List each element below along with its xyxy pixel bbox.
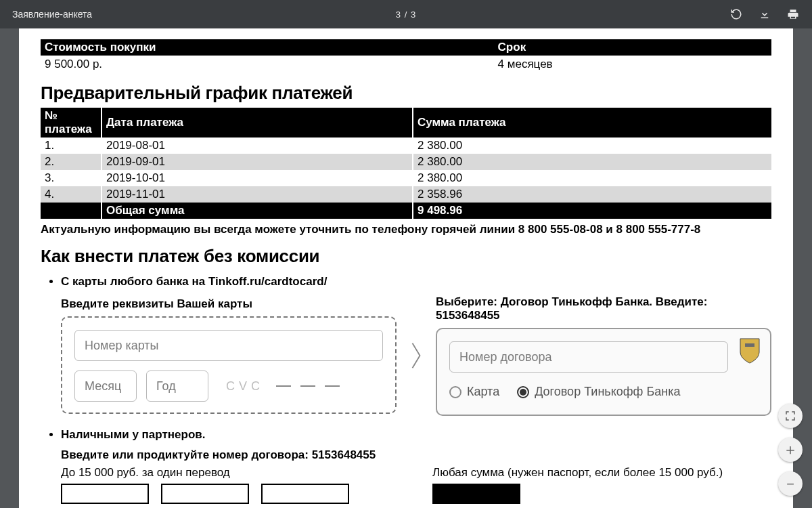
- hotline-note: Актуальную информацию вы всегда можете у…: [41, 223, 771, 236]
- rotate-icon[interactable]: [729, 7, 743, 21]
- cardtocard-illustration: Введите реквизиты Вашей карты Номер карт…: [61, 295, 771, 416]
- cell-sum: 2 380.00: [413, 154, 771, 170]
- payment-schedule-table: № платежа Дата платежа Сумма платежа 1.2…: [41, 108, 771, 219]
- cell-num: 3.: [41, 170, 102, 186]
- pay-option-card-label: С карты любого банка на Tinkoff.ru/cardt…: [61, 275, 327, 288]
- cash-left-caption: До 15 000 руб. за один перевод: [61, 466, 400, 480]
- toolbar-actions: [729, 7, 800, 21]
- partner-logo: [432, 484, 520, 504]
- tinkoff-shield-icon: [738, 337, 762, 364]
- pay-option-cash-label: Наличными у партнеров.: [61, 428, 205, 441]
- chevron-right-icon: [406, 335, 426, 376]
- radio-card-label: Карта: [467, 385, 499, 399]
- howto-heading: Как внести платеж без комиссии: [41, 246, 771, 267]
- col-num: № платежа: [41, 108, 102, 137]
- left-card-caption: Введите реквизиты Вашей карты: [61, 297, 397, 311]
- purchase-summary-table: Стоимость покупки Срок 9 500.00 р. 4 мес…: [41, 39, 771, 73]
- cvc-label: CVC: [218, 379, 267, 394]
- radio-contract-label: Договор Тинькофф Банка: [535, 385, 680, 399]
- pay-option-cash: Наличными у партнеров. Введите или проди…: [61, 428, 771, 504]
- partner-logos-left: [61, 484, 400, 504]
- col-cost-header: Стоимость покупки: [41, 39, 494, 56]
- partner-logos-right: [432, 484, 771, 504]
- table-row: 3.2019-10-012 380.00: [41, 170, 771, 186]
- pay-option-card: С карты любого банка на Tinkoff.ru/cardt…: [61, 275, 771, 416]
- total-label: Общая сумма: [102, 203, 413, 219]
- partner-logo: [261, 484, 349, 504]
- pdf-viewport[interactable]: Стоимость покупки Срок 9 500.00 р. 4 мес…: [0, 28, 812, 508]
- target-contract-box: Номер договора Карта Договор Тинькофф Ба…: [436, 328, 771, 416]
- cash-subtitle: Введите или продиктуйте номер договора: …: [61, 448, 771, 462]
- partner-logo: [61, 484, 149, 504]
- schedule-heading: Предварительный график платежей: [41, 83, 771, 104]
- fit-page-button[interactable]: [778, 404, 803, 428]
- pdf-toolbar: Заявление-анкета 3 / 3: [0, 0, 812, 28]
- cell-date: 2019-11-01: [102, 186, 413, 203]
- cash-right-caption: Любая сумма (нужен паспорт, если более 1…: [432, 466, 771, 480]
- cvc-placeholder: [276, 385, 340, 387]
- right-card-caption: Выберите: Договор Тинькофф Банка. Введит…: [436, 295, 771, 322]
- cell-date: 2019-10-01: [102, 170, 413, 186]
- total-value: 9 498.96: [413, 203, 771, 219]
- col-sum: Сумма платежа: [413, 108, 771, 137]
- cell-date: 2019-09-01: [102, 154, 413, 170]
- table-row: 2.2019-09-012 380.00: [41, 154, 771, 170]
- document-page: Стоимость покупки Срок 9 500.00 р. 4 мес…: [19, 28, 793, 508]
- cell-num: 2.: [41, 154, 102, 170]
- year-field: Год: [146, 371, 208, 402]
- table-row: 4.2019-11-012 358.96: [41, 186, 771, 203]
- print-icon[interactable]: [786, 7, 800, 21]
- cell-sum: 2 380.00: [413, 170, 771, 186]
- col-date: Дата платежа: [102, 108, 413, 137]
- cell-num: 1.: [41, 137, 102, 154]
- zoom-out-button[interactable]: －: [778, 471, 803, 496]
- document-title: Заявление-анкета: [12, 9, 92, 20]
- cell-sum: 2 358.96: [413, 186, 771, 203]
- term-value: 4 месяцев: [494, 56, 771, 73]
- zoom-controls: ＋ －: [778, 404, 803, 496]
- download-icon[interactable]: [758, 7, 771, 21]
- table-row: 1.2019-08-012 380.00: [41, 137, 771, 154]
- radio-card: Карта: [449, 385, 499, 399]
- contract-number-field: Номер договора: [449, 341, 728, 373]
- page-indicator: 3 / 3: [396, 9, 416, 20]
- cost-value: 9 500.00 р.: [41, 56, 494, 73]
- cell-sum: 2 380.00: [413, 137, 771, 154]
- partner-logo: [161, 484, 249, 504]
- col-term-header: Срок: [494, 39, 771, 56]
- cell-num: 4.: [41, 186, 102, 203]
- cell-date: 2019-08-01: [102, 137, 413, 154]
- card-number-field: Номер карты: [74, 330, 383, 361]
- zoom-in-button[interactable]: ＋: [778, 438, 803, 462]
- radio-contract: Договор Тинькофф Банка: [517, 385, 680, 399]
- month-field: Месяц: [74, 371, 137, 402]
- source-card-box: Номер карты Месяц Год CVC: [61, 316, 397, 414]
